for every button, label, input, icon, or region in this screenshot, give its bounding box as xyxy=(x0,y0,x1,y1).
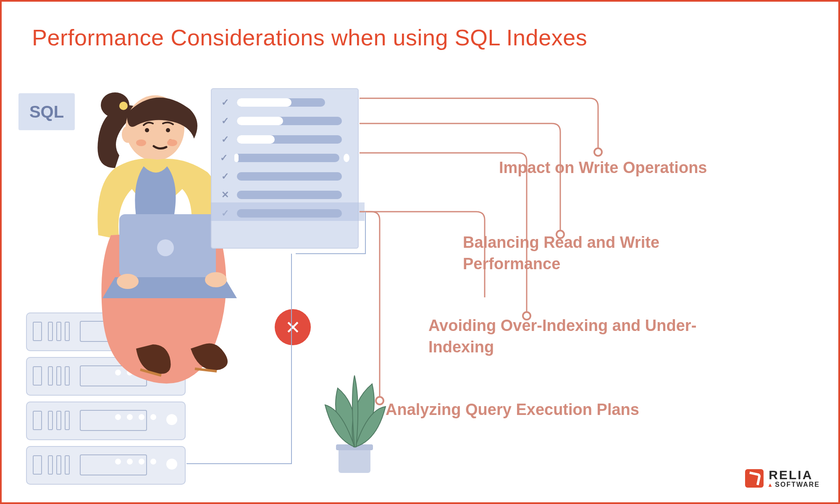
brand-mark-icon xyxy=(745,469,764,488)
progress-bar xyxy=(237,191,342,199)
point-over-under: Avoiding Over-Indexing and Under-Indexin… xyxy=(428,315,722,358)
svg-point-13 xyxy=(205,272,227,287)
progress-bar xyxy=(237,98,325,107)
checklist-row: ✓ xyxy=(220,134,349,144)
svg-rect-11 xyxy=(157,239,174,256)
svg-point-4 xyxy=(166,128,170,132)
x-icon: ✕ xyxy=(285,317,301,338)
server-unit xyxy=(26,402,186,440)
check-mark-icon: ✓ xyxy=(220,171,230,181)
check-mark-icon: ✓ xyxy=(220,97,230,108)
checklist-row: ✓ xyxy=(220,171,349,181)
svg-point-1 xyxy=(119,102,128,110)
checklist-row: ✓ xyxy=(220,116,349,126)
brand-sub: SOFTWARE xyxy=(775,481,820,488)
check-mark-icon: ✓ xyxy=(220,116,230,126)
plant-illustration xyxy=(312,350,396,476)
svg-point-16 xyxy=(594,148,602,156)
progress-handle xyxy=(344,154,349,162)
progress-bar xyxy=(237,209,342,218)
diagram-frame: Performance Considerations when using SQ… xyxy=(0,0,840,504)
brand-name: RELIA xyxy=(769,469,820,481)
server-unit xyxy=(26,446,186,485)
svg-point-12 xyxy=(117,274,139,289)
brand-logo: RELIA SOFTWARE xyxy=(745,469,820,488)
svg-point-7 xyxy=(167,139,177,146)
checklist-row: ✓ xyxy=(220,97,349,108)
check-mark-icon: ✓ xyxy=(220,153,228,163)
svg-point-6 xyxy=(136,139,146,146)
check-mark-icon: ✓ xyxy=(220,134,230,144)
checklist-card: ✓✓✓✓✓✕✓ xyxy=(211,88,359,249)
svg-point-8 xyxy=(122,126,134,143)
checklist-row: ✓ xyxy=(220,208,349,218)
page-title: Performance Considerations when using SQ… xyxy=(32,24,587,50)
point-balance-rw: Balancing Read and Write Performance xyxy=(463,232,757,275)
x-mark-icon: ✕ xyxy=(220,190,230,200)
error-x-badge: ✕ xyxy=(275,309,311,345)
checklist-row: ✕ xyxy=(220,190,349,200)
progress-bar xyxy=(234,154,339,162)
svg-rect-14 xyxy=(339,447,370,473)
point-query-plans: Analyzing Query Execution Plans xyxy=(386,399,639,420)
svg-point-3 xyxy=(145,128,149,132)
point-impact-write: Impact on Write Operations xyxy=(499,157,707,178)
checklist-row: ✓ xyxy=(220,153,349,163)
progress-bar xyxy=(237,172,342,181)
progress-bar xyxy=(237,135,342,144)
progress-bar xyxy=(237,117,342,125)
